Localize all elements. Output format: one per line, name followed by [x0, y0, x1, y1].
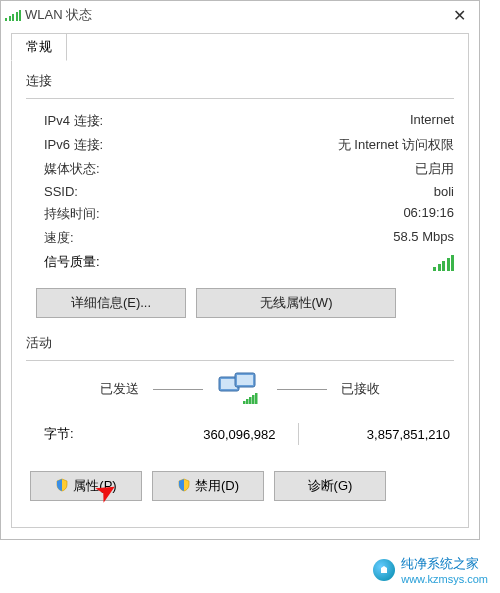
speed-value: 58.5 Mbps: [393, 229, 454, 247]
recv-label: 已接收: [341, 380, 380, 398]
ipv4-value: Internet: [410, 112, 454, 130]
sent-label: 已发送: [100, 380, 139, 398]
wireless-properties-button[interactable]: 无线属性(W): [196, 288, 396, 318]
row-media: 媒体状态: 已启用: [26, 157, 454, 181]
dash-icon: [153, 389, 203, 390]
diagnose-button[interactable]: 诊断(G): [274, 471, 386, 501]
divider: [26, 98, 454, 99]
dash-icon: [277, 389, 327, 390]
close-button[interactable]: ✕: [447, 3, 471, 27]
network-computers-icon: [217, 371, 263, 407]
properties-button-label: 属性(P): [73, 477, 116, 495]
watermark-logo-icon: [373, 559, 395, 581]
signal-label: 信号质量:: [44, 253, 100, 271]
tab-general-label: 常规: [26, 39, 52, 54]
watermark-name: 纯净系统之家: [401, 556, 479, 571]
divider: [26, 360, 454, 361]
content-frame: 常规 连接 IPv4 连接: Internet IPv6 连接: 无 Inter…: [11, 33, 469, 528]
disable-button-label: 禁用(D): [195, 477, 239, 495]
svg-rect-3: [237, 375, 253, 385]
bytes-sent-value: 360,096,982: [124, 427, 298, 442]
watermark-url: www.kzmsys.com: [401, 573, 488, 585]
bytes-label: 字节:: [44, 425, 124, 443]
row-duration: 持续时间: 06:19:16: [26, 202, 454, 226]
row-ipv4: IPv4 连接: Internet: [26, 109, 454, 133]
svg-rect-7: [252, 395, 255, 404]
row-signal: 信号质量:: [26, 250, 454, 274]
row-ipv6: IPv6 连接: 无 Internet 访问权限: [26, 133, 454, 157]
ipv6-label: IPv6 连接:: [44, 136, 103, 154]
activity-header: 已发送: [26, 371, 454, 407]
close-icon: ✕: [453, 6, 466, 25]
titlebar: WLAN 状态 ✕: [1, 1, 479, 29]
properties-button[interactable]: 属性(P): [30, 471, 142, 501]
wlan-status-window: WLAN 状态 ✕ 常规 连接 IPv4 连接: Internet IPv6 连…: [0, 0, 480, 540]
wireless-properties-button-label: 无线属性(W): [260, 295, 333, 310]
shield-icon: [177, 478, 191, 495]
row-ssid: SSID: boli: [26, 181, 454, 202]
speed-label: 速度:: [44, 229, 74, 247]
activity-heading: 活动: [26, 334, 454, 352]
row-speed: 速度: 58.5 Mbps: [26, 226, 454, 250]
svg-rect-4: [243, 401, 246, 404]
details-button[interactable]: 详细信息(E)...: [36, 288, 186, 318]
bytes-recv-value: 3,857,851,210: [299, 427, 455, 442]
details-button-label: 详细信息(E)...: [71, 295, 151, 310]
svg-rect-5: [246, 399, 249, 404]
diagnose-button-label: 诊断(G): [308, 477, 353, 495]
ssid-label: SSID:: [44, 184, 78, 199]
ipv6-value: 无 Internet 访问权限: [338, 136, 454, 154]
svg-rect-8: [255, 393, 258, 404]
disable-button[interactable]: 禁用(D): [152, 471, 264, 501]
duration-value: 06:19:16: [403, 205, 454, 223]
bytes-row: 字节: 360,096,982 3,857,851,210: [26, 413, 454, 449]
tab-general[interactable]: 常规: [11, 33, 67, 61]
svg-rect-6: [249, 397, 252, 404]
ssid-value: boli: [434, 184, 454, 199]
connection-heading: 连接: [26, 72, 454, 90]
wifi-icon: [5, 10, 21, 21]
shield-icon: [55, 478, 69, 495]
window-title: WLAN 状态: [25, 6, 92, 24]
signal-bars-icon: [433, 255, 454, 271]
ipv4-label: IPv4 连接:: [44, 112, 103, 130]
media-label: 媒体状态:: [44, 160, 100, 178]
watermark: 纯净系统之家 www.kzmsys.com: [373, 555, 488, 585]
duration-label: 持续时间:: [44, 205, 100, 223]
media-value: 已启用: [415, 160, 454, 178]
